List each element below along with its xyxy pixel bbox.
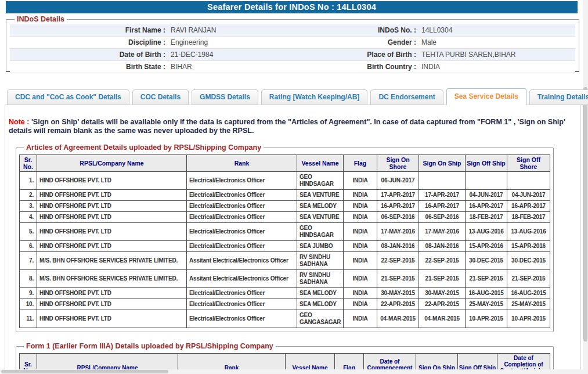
- table-cell: 18-FEB-2017: [507, 212, 550, 223]
- table-cell: 3.: [20, 201, 37, 212]
- table-cell: 16-APR-2017: [507, 201, 550, 212]
- table-cell: 08-JAN-2016: [419, 241, 466, 252]
- table-cell: 30-MAY-2015: [377, 288, 419, 299]
- articles-table-head: Sr. No.RPSL/Company NameRankVessel NameF…: [20, 155, 550, 172]
- field-value: Male: [416, 38, 575, 46]
- vertical-scrollbar[interactable]: [583, 0, 588, 374]
- table-cell: SEA JUMBO: [297, 241, 344, 252]
- table-row: 11.HIND OFFSHORE PVT. LTDElectrical/Elec…: [20, 310, 550, 328]
- table-cell: 04-MAR-2015: [377, 310, 419, 328]
- articles-table: Sr. No.RPSL/Company NameRankVessel NameF…: [19, 154, 550, 328]
- table-cell: Assitant Electrical/Electronics Officer: [187, 252, 297, 270]
- table-cell: Electrical/Electronics Officer: [187, 223, 297, 241]
- note-label: Note :: [9, 118, 29, 126]
- table-cell: [466, 172, 507, 190]
- table-cell: 13-AUG-2016: [507, 223, 550, 241]
- table-cell: INDIA: [344, 190, 377, 201]
- table-cell: INDIA: [344, 288, 377, 299]
- table-cell: 30-MAY-2015: [419, 288, 466, 299]
- table-cell: Electrical/Electronics Officer: [187, 241, 297, 252]
- horizontal-scrollbar[interactable]: [0, 369, 583, 374]
- table-cell: HIND OFFSHORE PVT. LTD: [37, 241, 187, 252]
- articles-legend: Articles of Agreement Details uploaded b…: [24, 143, 264, 152]
- table-cell: SEA MELODY: [297, 201, 344, 212]
- tab-dc-endorsement[interactable]: DC Endorsement: [370, 89, 443, 105]
- table-cell: 10-APR-2015: [466, 310, 507, 328]
- table-cell: 8.: [20, 270, 37, 288]
- table-cell: 16-APR-2017: [419, 201, 466, 212]
- table-cell: 10.: [20, 299, 37, 310]
- column-header: Sign Off Shore: [507, 155, 550, 172]
- field-value: 14LL0304: [416, 26, 575, 34]
- tab-rating-watch-keeping-ab[interactable]: Rating [Watch Keeping/AB]: [261, 89, 368, 105]
- table-cell: HIND OFFSHORE PVT. LTD: [37, 310, 187, 328]
- table-cell: 22-APR-2015: [419, 299, 466, 310]
- table-cell: 06-SEP-2016: [377, 212, 419, 223]
- table-cell: 04-JUN-2017: [507, 190, 550, 201]
- vertical-scrollbar-thumb[interactable]: [583, 87, 587, 341]
- table-cell: HIND OFFSHORE PVT. LTD: [37, 288, 187, 299]
- table-cell: 21-SEP-2015: [377, 270, 419, 288]
- indos-row: Birth State :BIHARBirth Country :INDIA: [10, 61, 575, 73]
- table-cell: GEO GANGASAGAR: [297, 310, 344, 328]
- table-cell: 30-DEC-2015: [466, 252, 507, 270]
- table-cell: HIND OFFSHORE PVT. LTD: [37, 299, 187, 310]
- table-cell: INDIA: [344, 270, 377, 288]
- table-cell: Electrical/Electronics Officer: [187, 201, 297, 212]
- table-cell: 17-MAY-2016: [377, 223, 419, 241]
- table-cell: 16-AUG-2015: [466, 288, 507, 299]
- horizontal-scrollbar-thumb[interactable]: [1, 370, 168, 373]
- table-row: 8.M/S. BHN OFFSHORE SERVICES PRIVATE LIM…: [20, 270, 550, 288]
- column-header: Flag: [344, 155, 377, 172]
- table-cell: INDIA: [344, 172, 377, 190]
- table-cell: 6.: [20, 241, 37, 252]
- table-row: 4.HIND OFFSHORE PVT. LTDElectrical/Elect…: [20, 212, 550, 223]
- field-label: Date of Birth :: [10, 51, 165, 59]
- indos-details-section: INDoS Details First Name :RAVI RANJANIND…: [6, 15, 579, 72]
- table-cell: Electrical/Electronics Officer: [187, 172, 297, 190]
- table-cell: SEA MELODY: [297, 299, 344, 310]
- table-cell: 10-APR-2015: [507, 310, 550, 328]
- field-label: First Name :: [10, 26, 165, 34]
- table-row: 2.HIND OFFSHORE PVT. LTDElectrical/Elect…: [20, 190, 550, 201]
- table-cell: HIND OFFSHORE PVT. LTD: [37, 201, 187, 212]
- field-label: Discipline :: [10, 38, 165, 46]
- table-cell: INDIA: [344, 252, 377, 270]
- field-label: Birth State :: [10, 63, 165, 71]
- column-header: Sign On Shore: [377, 155, 419, 172]
- table-cell: GEO HINDSAGAR: [297, 223, 344, 241]
- table-cell: RV SINDHU SADHANA: [297, 270, 344, 288]
- tab-coc-details[interactable]: COC Details: [132, 89, 189, 105]
- table-cell: 22-APR-2015: [377, 299, 419, 310]
- table-cell: INDIA: [344, 299, 377, 310]
- field-label: Place of Birth :: [351, 51, 416, 59]
- table-cell: 15-APR-2016: [466, 241, 507, 252]
- table-row: 6.HIND OFFSHORE PVT. LTDElectrical/Elect…: [20, 241, 550, 252]
- note-text: Note : 'Sign on Ship' details will be av…: [9, 118, 576, 135]
- table-cell: [419, 172, 466, 190]
- table-row: 1.HIND OFFSHORE PVT. LTDElectrical/Elect…: [20, 172, 550, 190]
- table-cell: 25-MAY-2015: [466, 299, 507, 310]
- header-row: Sr. No.RPSL/Company NameRankVessel NameF…: [20, 155, 550, 172]
- table-cell: 30-DEC-2015: [507, 252, 550, 270]
- table-cell: 7.: [20, 252, 37, 270]
- table-cell: INDIA: [344, 223, 377, 241]
- field-value: BIHAR: [165, 63, 351, 71]
- table-cell: 15-APR-2016: [507, 241, 550, 252]
- table-cell: 18-FEB-2017: [466, 212, 507, 223]
- field-value: 21-DEC-1984: [165, 51, 351, 59]
- field-label: INDoS No. :: [351, 26, 416, 34]
- tab-cdc-and-coc-as-cook-details[interactable]: CDC and "CoC as Cook" Details: [7, 89, 129, 105]
- table-cell: 22-SEP-2015: [419, 252, 466, 270]
- table-cell: 11.: [20, 310, 37, 328]
- field-value: Engineering: [165, 38, 351, 46]
- tab-training-details[interactable]: Training Details: [529, 89, 588, 105]
- table-cell: Electrical/Electronics Officer: [187, 310, 297, 328]
- tab-gmdss-details[interactable]: GMDSS Details: [192, 89, 258, 105]
- tab-sea-service-details[interactable]: Sea Service Details: [446, 88, 526, 105]
- table-cell: 21-SEP-2015: [466, 270, 507, 288]
- table-cell: HIND OFFSHORE PVT. LTD: [37, 212, 187, 223]
- table-cell: RV SINDHU SADHANA: [297, 252, 344, 270]
- field-label: Birth Country :: [351, 63, 416, 71]
- table-cell: Electrical/Electronics Officer: [187, 299, 297, 310]
